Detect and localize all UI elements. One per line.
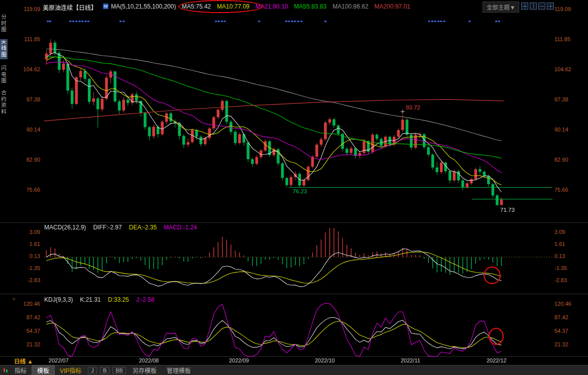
symbol-title: 美原油连续【日线】 <box>43 3 97 12</box>
quad-layout-icon[interactable] <box>521 3 528 10</box>
sidebar-item-kline-chart[interactable]: K线图 <box>0 39 8 59</box>
macd-header-label: DEA:-2.35 <box>129 224 157 231</box>
ma-badge-icon: M <box>103 4 108 9</box>
toolbar-item-vip-indicators[interactable]: VIP指标 <box>55 366 86 374</box>
ma-value-label: MA55:83.83 <box>294 3 326 10</box>
ma-value-label: MA200:97.01 <box>375 3 410 10</box>
kdj-header-label: J:-2.58 <box>136 296 155 303</box>
ma-params-label: MA(5,10,21,55,100,200) <box>111 3 176 10</box>
horizontal-split-layout-icon[interactable] <box>538 3 545 10</box>
ma-value-label: MA100:86.62 <box>332 3 368 10</box>
ma-value-label: MA21:80.10 <box>256 3 288 10</box>
period-label[interactable]: 日线 ▲ <box>14 357 33 365</box>
toolbar-item-indicators[interactable]: 指标 <box>10 366 32 374</box>
window-layout-buttons <box>521 3 554 10</box>
sidebar-item-contract-info[interactable]: 合约资料 <box>0 90 8 115</box>
panel-settings-icon[interactable]: ☼ <box>12 296 16 301</box>
bottom-toolbar: 指标模板VIP指标JBBB另存模板管理模板 <box>0 365 588 375</box>
theme-dropdown[interactable]: 全部主题▼ <box>483 2 519 13</box>
macd-header: MACD(26,12,9)DIFF:-2.97DEA:-2.35MACD:-1.… <box>44 224 197 231</box>
toolbar-item-b[interactable]: B <box>100 367 109 374</box>
trading-terminal: 119.09119.09111.85111.85104.62104.6297.3… <box>0 0 588 375</box>
single-layout-icon[interactable] <box>547 3 554 10</box>
kline-mini-icon <box>4 368 8 372</box>
macd-header-label: MACD:-1.24 <box>164 224 197 231</box>
macd-header-label: DIFF:-2.97 <box>93 224 122 231</box>
kdj-header-label: K:21.31 <box>80 296 100 303</box>
hand-drawn-circle-annotation <box>484 267 501 284</box>
kdj-header: KDJ(9,3,3)K:21.31D:33.25J:-2.58 <box>44 296 154 303</box>
kdj-header-label: D:33.25 <box>108 296 129 303</box>
toolbar-item-templates[interactable]: 模板 <box>32 365 55 375</box>
vertical-split-layout-icon[interactable] <box>530 3 537 10</box>
sidebar-item-time-chart[interactable]: 分时图 <box>0 14 8 33</box>
toolbar-item-j[interactable]: J <box>88 367 97 374</box>
sidebar-item-flash-chart[interactable]: 闪电图 <box>0 65 8 84</box>
macd-header-label: MACD(26,12,9) <box>44 224 86 231</box>
toolbar-items: 指标模板VIP指标JBBB另存模板管理模板 <box>10 365 196 375</box>
toolbar-item-manage-template[interactable]: 管理模板 <box>162 366 196 374</box>
left-sidebar: 分时图K线图闪电图合约资料 <box>0 14 8 115</box>
ma-value-label: MA5:75.42 <box>182 3 211 10</box>
toolbar-item-save-template[interactable]: 另存模板 <box>128 366 162 374</box>
hud-overlay: 美原油连续【日线】 M MA(5,10,21,55,100,200) MA5:7… <box>0 0 588 375</box>
hand-drawn-circle-annotation <box>489 328 504 345</box>
ma-values-group: MA5:75.42MA10:77.09MA21:80.10MA55:83.83M… <box>182 3 410 10</box>
ma-value-label: MA10:77.09 <box>217 3 250 10</box>
toolbar-item-bb[interactable]: BB <box>112 367 126 374</box>
kdj-header-label: KDJ(9,3,3) <box>44 296 73 303</box>
